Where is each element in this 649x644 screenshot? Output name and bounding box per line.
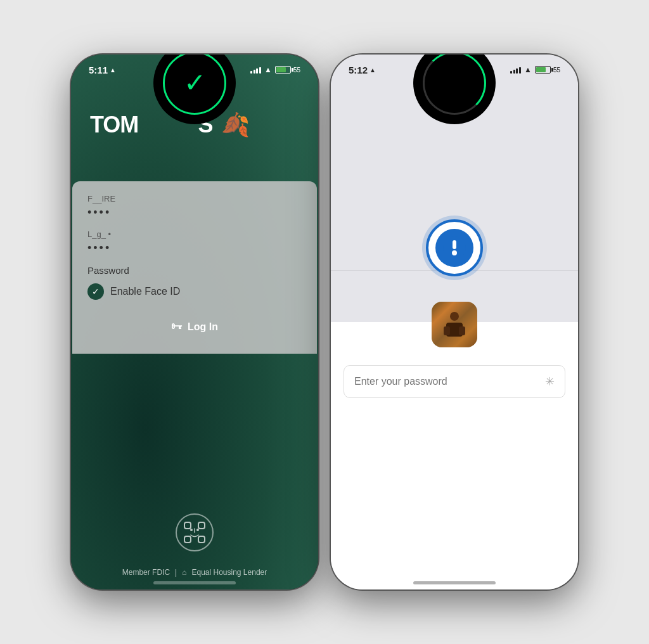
svg-rect-0 xyxy=(184,522,191,529)
fdic-text: Member FDIC xyxy=(122,568,170,577)
login-label: Log In xyxy=(188,321,218,333)
check-ring: ✓ xyxy=(163,55,226,115)
svg-rect-3 xyxy=(198,536,205,543)
faceid-checkbox[interactable]: ✓ xyxy=(87,283,104,300)
location-icon: ▲ xyxy=(110,67,116,74)
enable-faceid-row[interactable]: ✓ Enable Face ID xyxy=(87,283,302,300)
phone-2: 5:12 ▲ ▲ 55 xyxy=(331,55,578,589)
field2-value: •••• xyxy=(87,242,302,255)
status-icons-2: ▲ 55 xyxy=(510,65,560,74)
status-time-2: 5:12 ▲ xyxy=(349,65,376,75)
housing-text: Equal Housing Lender xyxy=(191,568,267,577)
signal-icon-1 xyxy=(250,66,261,74)
home-bar-2 xyxy=(413,581,496,584)
wifi-icon-2: ▲ xyxy=(524,65,532,74)
home-bar-1 xyxy=(153,581,236,584)
svg-rect-12 xyxy=(444,326,450,335)
onepassword-icon xyxy=(435,229,473,267)
app-icon-svg xyxy=(439,309,470,340)
onepassword-screen: ✳ xyxy=(331,55,578,589)
password-input[interactable] xyxy=(354,376,545,387)
field2[interactable]: L_g_ • •••• xyxy=(87,229,302,255)
svg-point-4 xyxy=(190,529,193,531)
faceid-button[interactable] xyxy=(176,513,214,551)
battery-level-2: 55 xyxy=(553,67,560,74)
phone-1: ✓ 5:11 ▲ ▲ 55 xyxy=(71,55,318,589)
app-icon-preview xyxy=(432,302,477,347)
check-icon: ✓ xyxy=(184,70,206,96)
white-section xyxy=(331,322,578,589)
svg-rect-13 xyxy=(459,326,465,335)
login-button[interactable]: 🗝 Log In xyxy=(87,312,302,341)
password-row: Password xyxy=(87,265,302,276)
password-input-container[interactable]: ✳ xyxy=(344,365,565,398)
onepassword-logo xyxy=(426,219,483,276)
location-icon-2: ▲ xyxy=(369,67,376,74)
leaf-icon: 🍂 xyxy=(221,112,249,138)
username-label: F__IRE xyxy=(87,194,302,203)
banking-screen: TOM ____ S 🍂 F__IRE •••• L_g_ • •••• Pas… xyxy=(71,55,318,589)
svg-rect-10 xyxy=(450,312,459,321)
faceid-svg-icon xyxy=(183,521,206,544)
key-icon: 🗝 xyxy=(171,320,183,333)
house-icon: ⌂ xyxy=(182,568,186,577)
1password-svg xyxy=(442,235,467,261)
signal-icon-2 xyxy=(510,66,521,74)
username-field[interactable]: F__IRE •••• xyxy=(87,194,302,219)
battery-level-1: 55 xyxy=(293,67,300,74)
loading-ring xyxy=(423,55,486,115)
svg-rect-2 xyxy=(184,536,191,543)
svg-rect-1 xyxy=(198,522,205,529)
status-icons-1: ▲ 55 xyxy=(250,65,300,74)
login-form: F__IRE •••• L_g_ • •••• Password ✓ Enabl… xyxy=(72,181,317,354)
password-label: Password xyxy=(87,265,129,276)
svg-point-9 xyxy=(452,250,457,255)
username-value: •••• xyxy=(87,206,302,219)
battery-icon-1 xyxy=(275,66,291,74)
check-icon-small: ✓ xyxy=(92,287,100,297)
field2-label: L_g_ • xyxy=(87,229,302,239)
separator: | xyxy=(175,568,177,577)
app-icon-bg xyxy=(432,302,477,347)
wifi-icon-1: ▲ xyxy=(264,65,272,74)
status-time-1: 5:11 ▲ xyxy=(89,65,116,75)
footer: Member FDIC | ⌂ Equal Housing Lender xyxy=(71,568,318,577)
battery-icon-2 xyxy=(535,66,551,74)
svg-point-5 xyxy=(196,529,199,531)
svg-rect-8 xyxy=(453,240,456,249)
faceid-label: Enable Face ID xyxy=(110,286,180,297)
spinner-icon: ✳ xyxy=(545,375,555,389)
